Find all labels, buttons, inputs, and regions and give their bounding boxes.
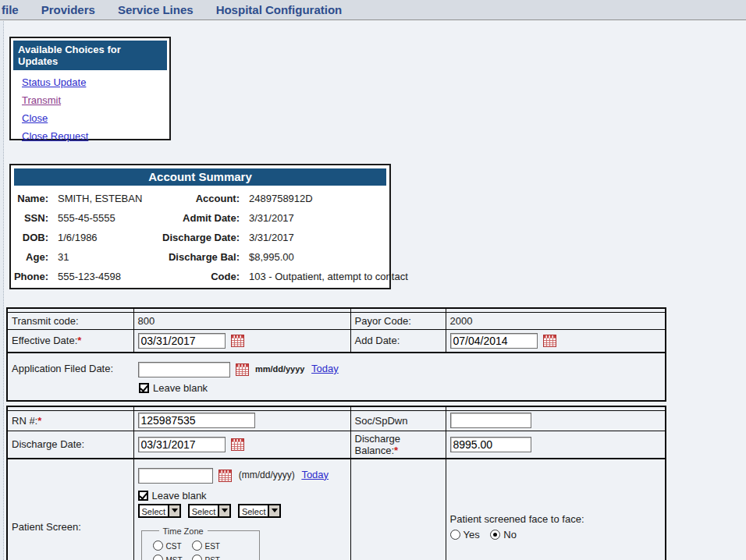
chevron-down-icon (168, 505, 179, 516)
time-zone-radio-est[interactable] (192, 541, 202, 551)
time-zone-radio-pst[interactable] (192, 555, 202, 560)
summary-value-code: 103 - Outpatient, attempt to contact (240, 271, 408, 282)
nav-item-file[interactable]: file (2, 3, 19, 16)
available-choices-panel: Available Choices for Updates Status Upd… (9, 37, 171, 140)
calendar-icon[interactable] (218, 470, 232, 482)
face-to-face-radio-no[interactable] (490, 530, 500, 540)
patient-screen-leave-blank-label: Leave blank (152, 490, 207, 502)
account-summary-title: Account Summary (14, 168, 386, 186)
summary-value-dob: 1/6/1986 (48, 232, 158, 243)
summary-value-name: SMITH, ESTEBAN (48, 193, 158, 204)
soc-spdwn-input[interactable] (450, 413, 531, 428)
rn-required: * (37, 415, 41, 427)
application-filed-date-input[interactable] (138, 362, 230, 377)
application-filed-date-label: Application Filed Date: (12, 363, 135, 374)
application-filed-date-leave-blank-label: Leave blank (153, 382, 208, 394)
face-to-face-label-no: No (503, 529, 517, 541)
page-left-margin (0, 21, 4, 560)
account-summary-panel: Account Summary Name: SMITH, ESTEBAN Acc… (9, 164, 391, 289)
effective-date-required: * (77, 335, 81, 346)
top-nav: file Providers Service Lines Hospital Co… (0, 0, 746, 20)
soc-spdwn-label: Soc/SpDwn (355, 415, 408, 427)
summary-label-admit-date: Admit Date: (158, 212, 240, 224)
time-zone-label-pst: PST (205, 556, 220, 560)
effective-date-input[interactable] (138, 333, 226, 349)
time-zone-radio-mst[interactable] (153, 555, 163, 560)
summary-value-account: 2489758912D (240, 193, 408, 204)
patient-screen-label: Patient Screen: (12, 521, 81, 533)
link-close-request[interactable]: Close Request (22, 130, 169, 142)
summary-label-name: Name: (11, 193, 48, 204)
summary-label-discharge-bal: Discharge Bal: (158, 251, 240, 263)
summary-label-account: Account: (158, 193, 240, 204)
summary-label-age: Age: (11, 251, 48, 263)
summary-value-ssn: 555-45-5555 (48, 212, 158, 224)
discharge-form-table: RN #:* Soc/SpDwn Discharge Date: Dischar… (6, 406, 666, 560)
patient-screen-select-1[interactable]: Select (138, 504, 182, 518)
application-filed-date-format-hint: mm/dd/yyyy (255, 364, 305, 374)
application-filed-date-leave-blank-checkbox[interactable] (139, 383, 149, 393)
summary-value-phone: 555-123-4598 (48, 271, 158, 282)
application-filed-date-today-link[interactable]: Today (311, 363, 339, 374)
calendar-icon[interactable] (543, 335, 556, 347)
calendar-icon[interactable] (231, 335, 244, 347)
summary-label-dob: DOB: (11, 232, 48, 243)
chevron-down-icon (268, 505, 279, 516)
payor-code-label: Payor Code: (350, 312, 446, 329)
effective-date-label: Effective Date: (12, 335, 77, 346)
transmit-code-label: Transmit code: (7, 312, 133, 329)
nav-item-providers[interactable]: Providers (41, 3, 95, 16)
link-close[interactable]: Close (22, 112, 169, 124)
patient-screen-select-2[interactable]: Select (188, 504, 232, 518)
discharge-balance-required: * (394, 445, 398, 456)
payor-code-value: 2000 (446, 312, 666, 329)
nav-item-hospital-configuration[interactable]: Hospital Configuration (216, 3, 343, 16)
patient-screen-format-hint: (mm/dd/yyyy) (239, 470, 295, 480)
calendar-icon[interactable] (236, 363, 249, 376)
account-summary-grid: Name: SMITH, ESTEBAN Account: 2489758912… (11, 189, 389, 286)
transmit-code-value: 800 (133, 312, 350, 329)
face-to-face-radio-yes[interactable] (450, 530, 460, 540)
summary-value-age: 31 (48, 251, 158, 263)
transmit-form-table: Transmit code: 800 Payor Code: 2000 Effe… (6, 307, 666, 402)
patient-screen-date-input[interactable] (138, 468, 213, 484)
available-choices-title: Available Choices for Updates (13, 41, 167, 70)
calendar-icon[interactable] (231, 438, 244, 451)
chevron-down-icon (218, 505, 229, 516)
discharge-date-label: Discharge Date: (12, 438, 84, 450)
patient-screen-select-3[interactable]: Select (238, 504, 282, 518)
time-zone-label-est: EST (205, 542, 220, 551)
face-to-face-label-yes: Yes (464, 529, 480, 541)
rn-input[interactable] (138, 413, 255, 428)
patient-screen-today-link[interactable]: Today (301, 469, 329, 480)
summary-label-phone: Phone: (11, 271, 48, 282)
patient-screen-leave-blank-checkbox[interactable] (138, 491, 148, 501)
summary-label-discharge-date: Discharge Date: (158, 232, 240, 243)
rn-label: RN #: (12, 415, 37, 427)
summary-label-ssn: SSN: (11, 212, 48, 224)
time-zone-legend: Time Zone (159, 526, 208, 536)
summary-value-discharge-date: 3/31/2017 (240, 232, 408, 243)
summary-value-discharge-bal: $8,995.00 (240, 251, 408, 263)
add-date-input[interactable] (450, 333, 538, 349)
empty-cell (350, 459, 446, 560)
nav-item-service-lines[interactable]: Service Lines (118, 3, 194, 16)
time-zone-label-mst: MST (166, 556, 183, 560)
discharge-date-input[interactable] (138, 437, 226, 452)
link-status-update[interactable]: Status Update (22, 76, 169, 88)
time-zone-fieldset: Time Zone CST EST MST PST (141, 526, 260, 560)
face-to-face-label: Patient screened face to face: (450, 513, 662, 525)
summary-value-admit-date: 3/31/2017 (240, 212, 408, 224)
link-transmit[interactable]: Transmit (22, 94, 169, 106)
time-zone-label-cst: CST (166, 542, 182, 551)
time-zone-radio-cst[interactable] (153, 541, 163, 551)
summary-label-code: Code: (158, 271, 240, 282)
add-date-label: Add Date: (355, 335, 400, 346)
discharge-balance-input[interactable] (450, 437, 531, 452)
